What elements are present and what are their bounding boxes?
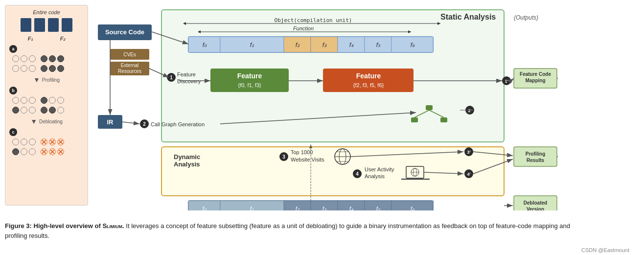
f0-top: f₀ [203,41,207,48]
circles-c-left [12,138,36,156]
svg-rect-21 [426,105,433,110]
step3p-badge: 3' [467,150,470,155]
circle-dark [12,107,19,114]
circle [29,97,36,104]
object-label: Object(compilation unit) [275,17,352,23]
call-graph-label: Call Graph Generation [151,121,205,127]
feature-orange-title: Feature [356,72,381,80]
f2-top: f₂ [296,41,300,48]
f4-top: f₄ [349,41,354,48]
step2p-badge: 2' [468,108,471,113]
circle-dark [41,65,47,72]
step4-badge: 4 [356,171,359,177]
feature-discovery-label: Feature [177,71,196,77]
f3-bot: f₃ [322,206,327,210]
circle [21,65,27,72]
svg-line-58 [511,78,514,81]
circle-dark [57,55,64,62]
circle [21,148,27,155]
f4-bot: f₄ [349,206,353,210]
circle-dark [41,97,47,104]
circles-b-left [12,96,36,115]
svg-rect-27 [161,147,504,196]
svg-rect-22 [411,117,418,122]
circle-x [49,139,56,145]
circle [29,148,36,155]
static-analysis-title: Static Analysis [440,13,496,21]
circle-dark [49,55,56,62]
arrow-down-icon: ▼ [33,76,40,84]
top1000-label: Top 1000 [291,149,313,155]
website-visits-label: Website Visits [291,157,324,162]
step2-badge: 2 [143,121,146,127]
circles-a-right [41,54,64,73]
circle [49,97,56,104]
circle [12,97,19,104]
f-labels: F₁ F₂ [9,36,84,42]
debloated-version-box2: Version [527,207,544,210]
profiling-label: ▼ Profiling [9,76,84,84]
feature-orange-sub: {f2, f3, f5, f6} [353,82,384,88]
circle-x [49,148,56,155]
f5-top: f₅ [376,41,381,48]
bar1 [21,18,31,32]
badge-b: b [9,87,17,94]
section-c-label: c [9,128,84,136]
ext-resources-box: External [121,63,139,68]
ext-resources-box2: Resources [118,69,141,74]
circles-b-right [41,96,64,115]
feature-discovery-label2: Discovery [177,78,201,84]
source-code-box: Source Code [105,28,144,36]
f1-label: F₁ [28,36,33,42]
feature-code-mapping-box: Feature Code [520,71,551,77]
circle [21,55,27,62]
circles-b [12,96,81,115]
diagram-area: Entire code F₁ F₂ a [5,5,639,212]
function-label: Function [293,25,314,31]
section-a-label: a [9,45,84,53]
svg-rect-23 [440,117,447,122]
bar4 [62,18,72,32]
csdn-credit: CSDN @Eastmount [5,247,639,253]
circle [21,139,27,145]
circle-dark [12,148,19,155]
circle [29,139,36,145]
bar3 [48,18,59,32]
circle [57,107,64,114]
entire-code-label: Entire code [9,9,84,15]
dynamic-analysis-title: Dynamic [174,153,200,161]
circle [29,65,36,72]
circles-c-right [41,138,64,156]
circle-dark [57,65,64,72]
f2-label: F₂ [60,36,66,42]
slimium-name: Slimium [102,222,122,230]
circle-x [41,139,47,145]
arrow-down-icon: ▼ [30,117,37,125]
circle [12,65,19,72]
step1p-badge: 1' [505,79,508,84]
circles-a [12,54,81,73]
svg-line-59 [122,122,139,124]
figure-caption: Figure 3: High-level overview of Slimium… [5,217,592,242]
f2-bot: f₂ [296,206,300,210]
step4p-badge: 4' [467,172,470,177]
dynamic-analysis-title2: Analysis [174,161,200,168]
circle-x [57,139,64,145]
f1-top: f₁ [250,41,254,48]
main-container: Entire code F₁ F₂ a [5,5,639,253]
f1-bot: f₁ [250,206,254,210]
section-b-label: b [9,87,84,94]
f6-top: f₆ [411,41,415,48]
left-panel: Entire code F₁ F₂ a [5,5,88,206]
circle [57,97,64,104]
badge-c: c [9,128,17,136]
user-activity-label: User Activity [365,166,394,172]
badge-a: a [9,45,17,53]
ir-box: IR [107,118,114,126]
analysis-label: Analysis [365,173,385,179]
feature-code-mapping-box2: Mapping [525,78,545,83]
circle-x [57,148,64,155]
circle [12,139,19,145]
feature-green-sub: {f0, f1, f3} [238,82,261,88]
architecture-diagram: Static Analysis (Outputs) Object(compila… [93,5,558,210]
